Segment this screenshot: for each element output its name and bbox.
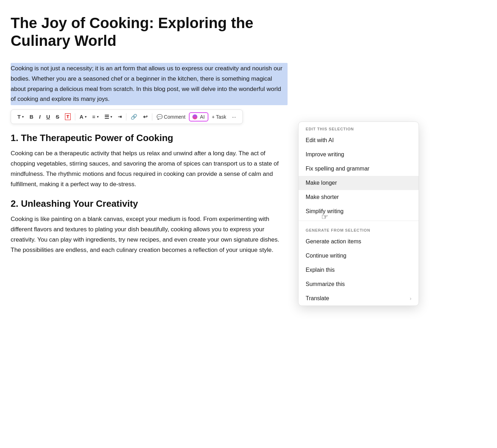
ai-button[interactable]: AI <box>189 112 208 122</box>
align-icon: ≡ <box>92 114 95 120</box>
translate-label: Translate <box>306 295 329 302</box>
bold-icon: B <box>29 114 33 120</box>
toolbar-separator-2 <box>126 113 126 120</box>
strikethrough-button[interactable]: S <box>54 112 61 121</box>
list-dropdown-icon: ▾ <box>110 115 112 119</box>
continue-writing-item[interactable]: Continue writing <box>299 249 419 263</box>
continue-writing-label: Continue writing <box>306 253 346 259</box>
text-color-dropdown-icon: ▾ <box>85 115 87 119</box>
edit-with-ai-label: Edit with AI <box>306 137 334 144</box>
summarize-this-label: Summarize this <box>306 281 345 287</box>
make-shorter-item[interactable]: Make shorter <box>299 190 419 204</box>
indent-icon: ⇥ <box>118 114 122 119</box>
quote-icon: ↩ <box>143 114 148 120</box>
generate-action-items-item[interactable]: Generate action items <box>299 234 419 249</box>
ai-icon <box>192 114 197 119</box>
link-button[interactable]: 🔗 <box>129 112 140 122</box>
indent-button[interactable]: ⇥ <box>116 113 124 121</box>
quote-button[interactable]: ↩ <box>141 112 150 122</box>
highlight-icon: T <box>65 113 71 120</box>
section-2-heading: 2. Unleashing Your Creativity <box>11 198 288 209</box>
comment-icon: 💬 <box>157 114 163 120</box>
task-label: + Task <box>212 114 226 120</box>
document-title: The Joy of Cooking: Exploring the Culina… <box>11 14 288 50</box>
improve-writing-item[interactable]: Improve writing <box>299 147 419 162</box>
section-2-body: Cooking is like painting on a blank canv… <box>11 214 288 255</box>
section-1-body: Cooking can be a therapeutic activity th… <box>11 149 288 190</box>
make-longer-item[interactable]: Make longer <box>299 176 419 190</box>
strikethrough-icon: S <box>56 114 59 120</box>
comment-button[interactable]: 💬 Comment <box>154 113 188 121</box>
link-icon: 🔗 <box>131 114 137 120</box>
edit-section-label: EDIT THIS SELECTION <box>299 122 419 133</box>
task-button[interactable]: + Task <box>210 113 229 121</box>
more-options-icon: ··· <box>232 114 236 120</box>
generate-action-items-label: Generate action items <box>306 238 361 245</box>
generate-section-label: GENERATE FROM SELECTION <box>299 223 419 234</box>
text-style-button[interactable]: T ▾ <box>15 112 26 121</box>
comment-label: Comment <box>164 114 186 120</box>
italic-button[interactable]: I <box>37 112 43 121</box>
list-button[interactable]: ☰ ▾ <box>102 112 114 122</box>
underline-button[interactable]: U <box>44 112 52 121</box>
ai-dropdown-menu: EDIT THIS SELECTION Edit with AI Improve… <box>298 122 419 306</box>
translate-item[interactable]: Translate › <box>299 291 419 306</box>
bold-button[interactable]: B <box>27 112 36 121</box>
fix-spelling-item[interactable]: Fix spelling and grammar <box>299 162 419 176</box>
toolbar-separator-3 <box>152 113 152 120</box>
section-1-heading: 1. The Therapeutic Power of Cooking <box>11 133 288 144</box>
text-style-dropdown-icon: ▾ <box>22 115 24 119</box>
align-button[interactable]: ≡ ▾ <box>90 112 101 121</box>
italic-icon: I <box>39 114 40 120</box>
more-options-button[interactable]: ··· <box>230 113 238 121</box>
translate-submenu-arrow: › <box>410 296 411 301</box>
fix-spelling-label: Fix spelling and grammar <box>306 166 370 172</box>
simplify-writing-item[interactable]: Simplify writing <box>299 204 419 218</box>
edit-with-ai-item[interactable]: Edit with AI <box>299 133 419 147</box>
make-shorter-label: Make shorter <box>306 194 339 200</box>
explain-this-label: Explain this <box>306 267 335 273</box>
simplify-writing-label: Simplify writing <box>306 208 344 215</box>
highlight-button[interactable]: T <box>63 112 73 122</box>
list-icon: ☰ <box>104 114 109 120</box>
underline-icon: U <box>46 114 50 120</box>
summarize-this-item[interactable]: Summarize this <box>299 277 419 291</box>
selected-paragraph: Cooking is not just a necessity; it is a… <box>11 63 288 106</box>
text-color-icon: A <box>80 114 83 120</box>
toolbar-separator-1 <box>75 113 75 120</box>
improve-writing-label: Improve writing <box>306 151 344 158</box>
dropdown-divider <box>299 221 419 221</box>
explain-this-item[interactable]: Explain this <box>299 263 419 277</box>
make-longer-label: Make longer <box>306 180 337 186</box>
ai-label: AI <box>200 114 204 120</box>
text-color-button[interactable]: A ▾ <box>77 112 89 121</box>
text-style-icon: T <box>17 114 21 120</box>
formatting-toolbar: T ▾ B I U S T A ▾ ≡ ▾ ☰ ▾ ⇥ <box>11 109 243 124</box>
align-dropdown-icon: ▾ <box>97 115 99 119</box>
